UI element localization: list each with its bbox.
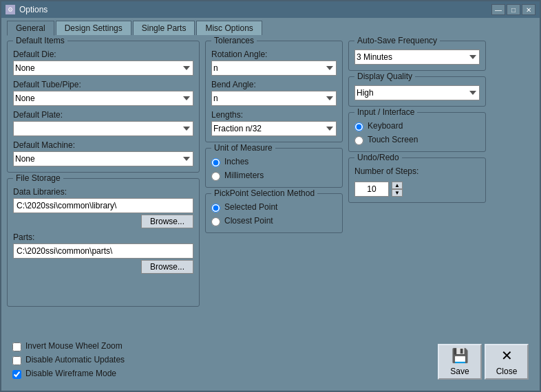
- default-items-group: Default Items Default Die: None Default …: [7, 41, 200, 173]
- file-storage-title: File Storage: [13, 173, 63, 183]
- tab-general[interactable]: General: [7, 21, 54, 36]
- middle-column: Tolerances Rotation Angle: n Bend Angle:…: [205, 41, 343, 307]
- spin-up-button[interactable]: ▲: [392, 182, 403, 189]
- tab-design-settings[interactable]: Design Settings: [56, 21, 131, 35]
- closest-point-label: Closest Point: [224, 216, 273, 226]
- keyboard-label: Keyboard: [368, 121, 403, 131]
- tab-bar: General Design Settings Single Parts Mis…: [1, 18, 540, 35]
- close-button[interactable]: ✕ Close: [485, 344, 529, 380]
- millimeters-radio[interactable]: [211, 172, 220, 181]
- steps-spinbox-row: ▲ ▼: [354, 182, 480, 197]
- browse-libs-button[interactable]: Browse...: [141, 215, 193, 228]
- undo-redo-group: Undo/Redo Number of Steps: ▲ ▼: [348, 157, 486, 203]
- default-die-label: Default Die:: [13, 50, 193, 59]
- invert-mouse-label: Invert Mouse Wheel Zoom: [25, 341, 123, 351]
- lengths-label: Lengths:: [211, 110, 337, 120]
- bend-angle-field: Bend Angle: n: [211, 80, 337, 106]
- default-tube-label: Default Tube/Pipe:: [13, 80, 193, 89]
- action-buttons: 💾 Save ✕ Close: [438, 344, 529, 380]
- touchscreen-option: Touch Screen: [354, 135, 480, 146]
- closest-point-option: Closest Point: [211, 216, 337, 227]
- maximize-button[interactable]: □: [507, 4, 520, 15]
- main-content: Default Items Default Die: None Default …: [7, 41, 534, 338]
- millimeters-option: Millimeters: [211, 171, 337, 182]
- inches-label: Inches: [224, 157, 248, 166]
- undo-redo-content: Number of Steps: ▲ ▼: [354, 166, 480, 197]
- unit-of-measure-group: Unit of Measure Inches Millimeters: [205, 148, 343, 188]
- selected-point-label: Selected Point: [224, 202, 277, 212]
- autosave-group: Auto-Save Frequency 3 Minutes: [348, 41, 486, 71]
- autosave-select[interactable]: 3 Minutes: [354, 50, 480, 65]
- inches-option: Inches: [211, 157, 337, 168]
- keyboard-radio[interactable]: [354, 122, 363, 131]
- close-label: Close: [496, 367, 518, 376]
- default-items-content: Default Die: None Default Tube/Pipe: Non…: [13, 50, 193, 166]
- default-machine-select[interactable]: None: [13, 151, 193, 166]
- default-machine-label: Default Machine:: [13, 140, 193, 150]
- default-tube-select[interactable]: None: [13, 91, 193, 106]
- right-column: Auto-Save Frequency 3 Minutes Display Qu…: [348, 41, 486, 307]
- spin-down-button[interactable]: ▼: [392, 189, 403, 197]
- minimize-button[interactable]: —: [491, 4, 505, 15]
- selected-point-radio[interactable]: [211, 204, 220, 213]
- file-storage-content: Data Libraries: Browse... Parts: Browse.…: [13, 187, 193, 274]
- window-title: Options: [19, 5, 47, 14]
- invert-mouse-checkbox[interactable]: [12, 342, 21, 351]
- app-icon: ⚙: [6, 5, 15, 14]
- tab-single-parts[interactable]: Single Parts: [133, 21, 195, 35]
- default-tube-field: Default Tube/Pipe: None: [13, 80, 193, 106]
- file-storage-group: File Storage Data Libraries: Browse... P…: [7, 178, 200, 307]
- steps-input[interactable]: [354, 182, 389, 197]
- close-icon: ✕: [501, 347, 513, 364]
- default-machine-field: Default Machine: None: [13, 140, 193, 166]
- input-interface-group: Input / Interface Keyboard Touch Screen: [348, 112, 486, 152]
- parts-input[interactable]: [13, 243, 193, 259]
- disable-updates-checkbox[interactable]: [12, 356, 21, 365]
- disable-wireframe-checkbox[interactable]: [12, 370, 21, 379]
- default-die-select[interactable]: None: [13, 61, 193, 76]
- rotation-angle-select[interactable]: n: [211, 61, 337, 76]
- spin-buttons: ▲ ▼: [392, 182, 403, 197]
- unit-of-measure-title: Unit of Measure: [211, 143, 275, 153]
- tolerances-group: Tolerances Rotation Angle: n Bend Angle:…: [205, 41, 343, 142]
- undo-redo-title: Undo/Redo: [354, 153, 402, 162]
- bend-angle-select[interactable]: n: [211, 91, 337, 106]
- closest-point-radio[interactable]: [211, 217, 220, 226]
- inches-radio[interactable]: [211, 158, 220, 167]
- default-die-field: Default Die: None: [13, 50, 193, 76]
- pickpoint-group: PickPoint Selection Method Selected Poin…: [205, 193, 343, 233]
- data-libs-input[interactable]: [13, 198, 193, 213]
- title-bar-left: ⚙ Options: [6, 5, 47, 14]
- millimeters-label: Millimeters: [224, 171, 264, 180]
- rotation-angle-label: Rotation Angle:: [211, 50, 337, 59]
- bottom-bar: Invert Mouse Wheel Zoom Disable Automati…: [7, 338, 534, 385]
- data-libs-label: Data Libraries:: [13, 187, 193, 197]
- lengths-field: Lengths: Fraction n/32: [211, 110, 337, 136]
- save-icon: 💾: [452, 347, 469, 364]
- lengths-select[interactable]: Fraction n/32: [211, 121, 337, 136]
- keyboard-option: Keyboard: [354, 121, 480, 132]
- close-window-button[interactable]: ✕: [522, 4, 535, 15]
- tab-misc-options[interactable]: Misc Options: [196, 21, 262, 35]
- browse-parts-button[interactable]: Browse...: [141, 260, 193, 274]
- autosave-content: 3 Minutes: [354, 50, 480, 65]
- title-bar: ⚙ Options — □ ✕: [1, 1, 540, 18]
- bend-angle-label: Bend Angle:: [211, 80, 337, 89]
- tolerances-title: Tolerances: [211, 36, 257, 45]
- selected-point-option: Selected Point: [211, 202, 337, 213]
- left-column: Default Items Default Die: None Default …: [7, 41, 200, 307]
- save-button[interactable]: 💾 Save: [438, 344, 482, 380]
- parts-label: Parts:: [13, 232, 193, 242]
- content-area: Default Items Default Die: None Default …: [1, 35, 540, 391]
- display-quality-content: High: [354, 85, 480, 100]
- input-interface-title: Input / Interface: [354, 107, 417, 117]
- default-plate-field: Default Plate:: [13, 110, 193, 136]
- save-label: Save: [450, 367, 469, 376]
- default-plate-select[interactable]: [13, 121, 193, 136]
- unit-of-measure-content: Inches Millimeters: [211, 157, 337, 182]
- display-quality-group: Display Quality High: [348, 76, 486, 107]
- pickpoint-content: Selected Point Closest Point: [211, 202, 337, 227]
- display-quality-select[interactable]: High: [354, 85, 480, 100]
- data-libs-field: Data Libraries: Browse...: [13, 187, 193, 228]
- touchscreen-radio[interactable]: [354, 136, 363, 145]
